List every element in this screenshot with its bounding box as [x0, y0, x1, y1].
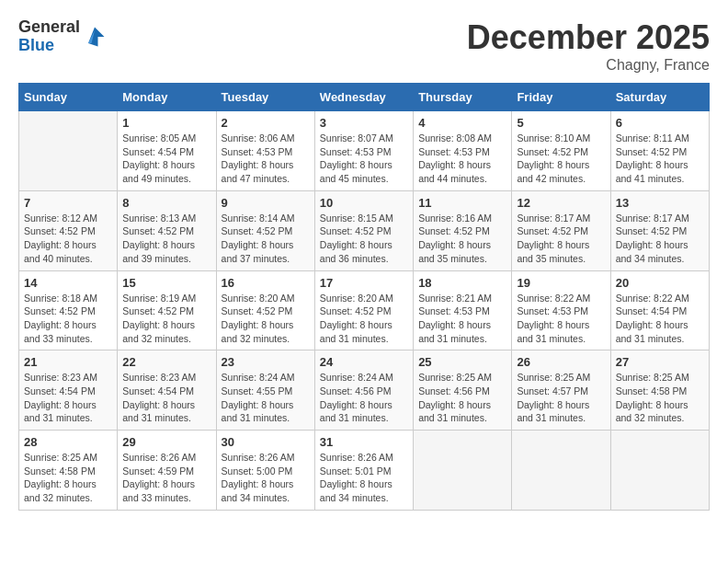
day-info: Sunrise: 8:18 AMSunset: 4:52 PMDaylight:… — [24, 292, 112, 346]
calendar-cell — [414, 431, 512, 511]
calendar-cell: 2Sunrise: 8:06 AMSunset: 4:53 PMDaylight… — [216, 111, 314, 191]
calendar-cell: 30Sunrise: 8:26 AMSunset: 5:00 PMDayligh… — [216, 431, 314, 511]
day-info: Sunrise: 8:26 AMSunset: 4:59 PMDaylight:… — [122, 451, 210, 505]
calendar-cell: 15Sunrise: 8:19 AMSunset: 4:52 PMDayligh… — [118, 270, 216, 350]
calendar-week-row: 14Sunrise: 8:18 AMSunset: 4:52 PMDayligh… — [19, 270, 710, 350]
calendar-cell: 25Sunrise: 8:25 AMSunset: 4:56 PMDayligh… — [414, 350, 512, 431]
day-info: Sunrise: 8:22 AMSunset: 4:54 PMDaylight:… — [616, 292, 704, 346]
day-info: Sunrise: 8:17 AMSunset: 4:52 PMDaylight:… — [616, 212, 704, 266]
calendar-cell: 11Sunrise: 8:16 AMSunset: 4:52 PMDayligh… — [414, 190, 512, 270]
day-header-friday: Friday — [512, 84, 610, 111]
day-number: 15 — [122, 276, 210, 290]
day-number: 27 — [616, 355, 704, 369]
day-info: Sunrise: 8:23 AMSunset: 4:54 PMDaylight:… — [24, 371, 112, 425]
day-number: 9 — [222, 196, 310, 210]
calendar-week-row: 21Sunrise: 8:23 AMSunset: 4:54 PMDayligh… — [19, 350, 710, 431]
calendar-cell: 1Sunrise: 8:05 AMSunset: 4:54 PMDaylight… — [118, 111, 216, 191]
calendar-cell: 27Sunrise: 8:25 AMSunset: 4:58 PMDayligh… — [610, 350, 709, 431]
calendar-cell: 7Sunrise: 8:12 AMSunset: 4:52 PMDaylight… — [19, 190, 118, 270]
day-number: 19 — [517, 276, 605, 290]
day-info: Sunrise: 8:23 AMSunset: 4:54 PMDaylight:… — [122, 371, 210, 425]
day-info: Sunrise: 8:16 AMSunset: 4:52 PMDaylight:… — [418, 212, 506, 266]
calendar-cell: 19Sunrise: 8:22 AMSunset: 4:53 PMDayligh… — [512, 270, 610, 350]
day-info: Sunrise: 8:25 AMSunset: 4:58 PMDaylight:… — [616, 371, 704, 425]
day-header-thursday: Thursday — [414, 84, 512, 111]
logo-general: General — [18, 17, 80, 36]
day-info: Sunrise: 8:15 AMSunset: 4:52 PMDaylight:… — [320, 212, 408, 266]
day-info: Sunrise: 8:05 AMSunset: 4:54 PMDaylight:… — [122, 132, 210, 186]
day-info: Sunrise: 8:10 AMSunset: 4:52 PMDaylight:… — [517, 132, 605, 186]
calendar-table: SundayMondayTuesdayWednesdayThursdayFrid… — [18, 83, 710, 511]
calendar-week-row: 1Sunrise: 8:05 AMSunset: 4:54 PMDaylight… — [19, 111, 710, 191]
calendar-cell: 9Sunrise: 8:14 AMSunset: 4:52 PMDaylight… — [216, 190, 314, 270]
calendar-cell: 13Sunrise: 8:17 AMSunset: 4:52 PMDayligh… — [610, 190, 709, 270]
day-info: Sunrise: 8:13 AMSunset: 4:52 PMDaylight:… — [122, 212, 210, 266]
day-info: Sunrise: 8:21 AMSunset: 4:53 PMDaylight:… — [418, 292, 506, 346]
calendar-cell: 6Sunrise: 8:11 AMSunset: 4:52 PMDaylight… — [610, 111, 709, 191]
day-number: 4 — [418, 116, 506, 130]
day-number: 26 — [517, 355, 605, 369]
calendar-week-row: 28Sunrise: 8:25 AMSunset: 4:58 PMDayligh… — [19, 431, 710, 511]
calendar-cell: 8Sunrise: 8:13 AMSunset: 4:52 PMDaylight… — [118, 190, 216, 270]
calendar-cell — [610, 431, 709, 511]
day-number: 29 — [122, 435, 210, 449]
calendar-cell — [19, 111, 118, 191]
day-header-sunday: Sunday — [19, 84, 118, 111]
calendar-cell — [512, 431, 610, 511]
day-info: Sunrise: 8:24 AMSunset: 4:56 PMDaylight:… — [320, 371, 408, 425]
day-number: 23 — [222, 355, 310, 369]
calendar-cell: 29Sunrise: 8:26 AMSunset: 4:59 PMDayligh… — [118, 431, 216, 511]
day-number: 10 — [320, 196, 408, 210]
logo-icon — [82, 24, 108, 50]
svg-marker-0 — [88, 27, 105, 46]
logo: General Blue — [18, 18, 108, 55]
day-info: Sunrise: 8:17 AMSunset: 4:52 PMDaylight:… — [517, 212, 605, 266]
day-number: 14 — [24, 276, 112, 290]
day-number: 11 — [418, 196, 506, 210]
day-number: 17 — [320, 276, 408, 290]
title-area: December 2025 Chagny, France — [467, 18, 710, 74]
day-number: 6 — [616, 116, 704, 130]
day-info: Sunrise: 8:22 AMSunset: 4:53 PMDaylight:… — [517, 292, 605, 346]
day-header-saturday: Saturday — [610, 84, 709, 111]
calendar-cell: 4Sunrise: 8:08 AMSunset: 4:53 PMDaylight… — [414, 111, 512, 191]
day-info: Sunrise: 8:19 AMSunset: 4:52 PMDaylight:… — [122, 292, 210, 346]
calendar-cell: 18Sunrise: 8:21 AMSunset: 4:53 PMDayligh… — [414, 270, 512, 350]
day-header-monday: Monday — [118, 84, 216, 111]
day-info: Sunrise: 8:06 AMSunset: 4:53 PMDaylight:… — [222, 132, 310, 186]
calendar-cell: 21Sunrise: 8:23 AMSunset: 4:54 PMDayligh… — [19, 350, 118, 431]
day-number: 30 — [222, 435, 310, 449]
day-info: Sunrise: 8:20 AMSunset: 4:52 PMDaylight:… — [320, 292, 408, 346]
day-number: 24 — [320, 355, 408, 369]
calendar-week-row: 7Sunrise: 8:12 AMSunset: 4:52 PMDaylight… — [19, 190, 710, 270]
day-number: 22 — [122, 355, 210, 369]
calendar-cell: 5Sunrise: 8:10 AMSunset: 4:52 PMDaylight… — [512, 111, 610, 191]
calendar-header-row: SundayMondayTuesdayWednesdayThursdayFrid… — [19, 84, 710, 111]
page-header: General Blue December 2025 Chagny, Franc… — [18, 18, 710, 74]
day-info: Sunrise: 8:12 AMSunset: 4:52 PMDaylight:… — [24, 212, 112, 266]
location-subtitle: Chagny, France — [467, 57, 710, 74]
day-info: Sunrise: 8:07 AMSunset: 4:53 PMDaylight:… — [320, 132, 408, 186]
day-number: 28 — [24, 435, 112, 449]
day-number: 31 — [320, 435, 408, 449]
calendar-cell: 20Sunrise: 8:22 AMSunset: 4:54 PMDayligh… — [610, 270, 709, 350]
day-number: 21 — [24, 355, 112, 369]
calendar-cell: 24Sunrise: 8:24 AMSunset: 4:56 PMDayligh… — [314, 350, 413, 431]
day-info: Sunrise: 8:26 AMSunset: 5:00 PMDaylight:… — [222, 451, 310, 505]
calendar-cell: 28Sunrise: 8:25 AMSunset: 4:58 PMDayligh… — [19, 431, 118, 511]
calendar-cell: 22Sunrise: 8:23 AMSunset: 4:54 PMDayligh… — [118, 350, 216, 431]
logo-blue: Blue — [18, 36, 54, 54]
day-number: 18 — [418, 276, 506, 290]
day-info: Sunrise: 8:14 AMSunset: 4:52 PMDaylight:… — [222, 212, 310, 266]
calendar-cell: 23Sunrise: 8:24 AMSunset: 4:55 PMDayligh… — [216, 350, 314, 431]
month-title: December 2025 — [467, 18, 710, 57]
day-number: 3 — [320, 116, 408, 130]
day-info: Sunrise: 8:24 AMSunset: 4:55 PMDaylight:… — [222, 371, 310, 425]
day-info: Sunrise: 8:11 AMSunset: 4:52 PMDaylight:… — [616, 132, 704, 186]
day-info: Sunrise: 8:25 AMSunset: 4:58 PMDaylight:… — [24, 451, 112, 505]
day-number: 2 — [222, 116, 310, 130]
day-info: Sunrise: 8:08 AMSunset: 4:53 PMDaylight:… — [418, 132, 506, 186]
day-number: 16 — [222, 276, 310, 290]
calendar-cell: 31Sunrise: 8:26 AMSunset: 5:01 PMDayligh… — [314, 431, 413, 511]
day-number: 1 — [122, 116, 210, 130]
